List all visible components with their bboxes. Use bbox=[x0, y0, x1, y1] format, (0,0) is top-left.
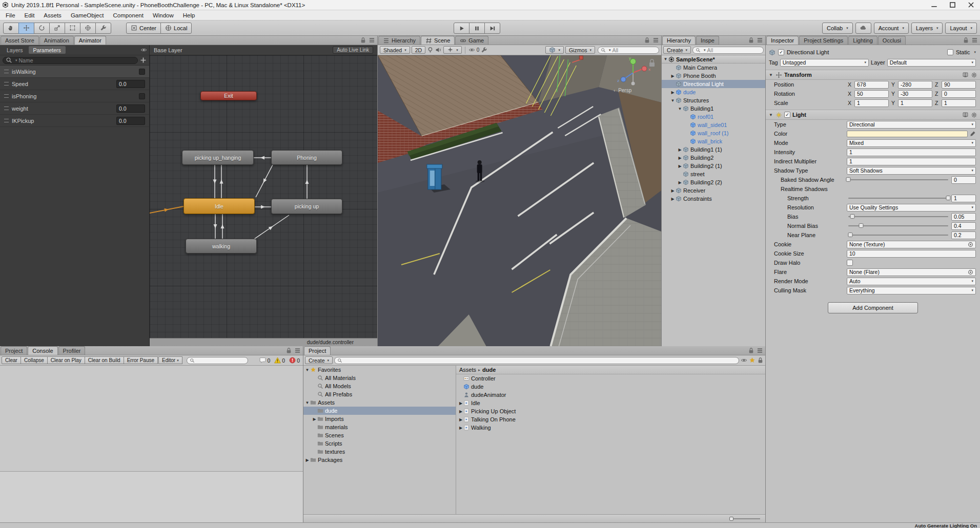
animator-tab-animation[interactable]: Animation bbox=[39, 36, 74, 45]
shadow-type-dropdown[interactable]: Soft Shadows▾ bbox=[847, 167, 976, 175]
rotation-x-field[interactable]: 50 bbox=[854, 90, 889, 98]
menu-icon[interactable] bbox=[652, 37, 659, 44]
inspector-tab-lighting[interactable]: Lighting bbox=[848, 36, 877, 45]
persp-toggle-icon[interactable]: ‹ bbox=[614, 88, 615, 93]
drag-handle-icon[interactable] bbox=[4, 70, 9, 73]
project-tab-project[interactable]: Project bbox=[304, 346, 331, 355]
menu-icon[interactable] bbox=[294, 347, 301, 354]
animator-state-phoning[interactable]: Phoning bbox=[271, 150, 342, 165]
baked-shadow-angle-value-field[interactable]: 0 bbox=[951, 176, 976, 184]
normal-bias-value-field[interactable]: 0.4 bbox=[951, 222, 976, 230]
console-clear-on-play-button[interactable]: Clear on Play bbox=[47, 356, 85, 364]
play-button[interactable] bbox=[454, 23, 469, 34]
console-search-input[interactable] bbox=[187, 357, 248, 364]
foldout-arrow-icon[interactable]: ▶ bbox=[677, 147, 683, 152]
animator-parameter-isphoning[interactable]: isPhoning bbox=[0, 90, 149, 102]
console-log-area[interactable] bbox=[0, 366, 303, 522]
asset-dude[interactable]: dude bbox=[456, 383, 765, 391]
hand-tool-button[interactable] bbox=[3, 23, 19, 34]
project-folder-favorites[interactable]: ▼Favorites bbox=[303, 366, 456, 374]
scene-search-input[interactable]: ▾All bbox=[598, 47, 659, 54]
inspector-tab-occlusi[interactable]: Occlusi bbox=[878, 36, 906, 45]
foldout-arrow-icon[interactable]: ▼ bbox=[768, 73, 773, 77]
animator-graph[interactable]: Exitpicking up_hangingPhoningIdlepicking… bbox=[150, 55, 377, 338]
foldout-arrow-icon[interactable]: ▶ bbox=[670, 197, 676, 201]
gizmo-settings-dropdown[interactable]: ▾ bbox=[545, 46, 564, 54]
hierarchy-item-phone-booth[interactable]: ▶Phone Booth bbox=[662, 72, 765, 80]
asset-walking[interactable]: ▶Walking bbox=[456, 424, 765, 432]
cookie-size-field[interactable]: 10 bbox=[847, 250, 976, 258]
light-color-swatch[interactable] bbox=[847, 131, 968, 137]
light-component-header[interactable]: ▼ Light bbox=[766, 110, 980, 120]
lock-icon[interactable] bbox=[963, 37, 969, 44]
console-clear-on-build-button[interactable]: Clear on Build bbox=[85, 356, 124, 364]
scene-viewport[interactable]: y x z ‹ Persp bbox=[378, 55, 661, 346]
animator-state-picking-up-hanging[interactable]: picking up_hanging bbox=[182, 150, 254, 165]
menu-icon[interactable] bbox=[369, 37, 375, 44]
foldout-arrow-icon[interactable]: ▶ bbox=[670, 188, 676, 193]
foldout-arrow-icon[interactable]: ▶ bbox=[670, 90, 676, 95]
hierarchy-item-wall-brick[interactable]: wall_brick bbox=[662, 137, 765, 145]
console-tab-profiler[interactable]: Profiler bbox=[58, 346, 86, 355]
hierarchy-search-input[interactable]: ▾All bbox=[692, 47, 764, 54]
eyedropper-icon[interactable] bbox=[969, 131, 976, 137]
breadcrumb-current[interactable]: dude bbox=[482, 367, 496, 373]
foldout-arrow-icon[interactable]: ▼ bbox=[670, 98, 676, 103]
hierarchy-item-samplescene[interactable]: ▼SampleScene* bbox=[662, 55, 765, 64]
gear-icon[interactable] bbox=[971, 112, 977, 118]
rotation-z-field[interactable]: 0 bbox=[942, 90, 976, 98]
lock-icon[interactable] bbox=[748, 37, 754, 44]
menu-gameobject[interactable]: GameObject bbox=[66, 10, 109, 20]
indirect-multiplier-field[interactable]: 1 bbox=[847, 158, 976, 165]
animator-tab-asset-store[interactable]: Asset Store bbox=[1, 36, 39, 45]
hierarchy-item-constraints[interactable]: ▶Constraints bbox=[662, 195, 765, 203]
cookie-object-field[interactable]: None (Texture) bbox=[847, 241, 976, 248]
hierarchy-item-dude[interactable]: ▶dude bbox=[662, 88, 765, 96]
project-search-input[interactable] bbox=[334, 357, 739, 364]
drag-handle-icon[interactable] bbox=[4, 94, 9, 98]
menu-component[interactable]: Component bbox=[108, 10, 148, 20]
hierarchy-item-roof01[interactable]: roof01 bbox=[662, 113, 765, 121]
hierarchy-item-building1-1[interactable]: ▶Building1 (1) bbox=[662, 145, 765, 154]
flare-object-field[interactable]: None (Flare) bbox=[847, 268, 976, 276]
parameter-value-field[interactable]: 0.0 bbox=[116, 104, 145, 113]
book-icon[interactable] bbox=[962, 112, 969, 118]
inspector-tab-project-settings[interactable]: Project Settings bbox=[799, 36, 848, 45]
transform-tool-button[interactable] bbox=[80, 23, 96, 34]
tag-dropdown[interactable]: Untagged▾ bbox=[780, 59, 869, 67]
bias-slider[interactable] bbox=[848, 216, 948, 217]
animator-parameter-iswalking[interactable]: isWalking bbox=[0, 66, 149, 78]
auto-generate-lighting-status[interactable]: Auto Generate Lighting On bbox=[915, 523, 977, 528]
project-folder-scripts[interactable]: Scripts bbox=[303, 439, 456, 448]
animator-state-walking[interactable]: walking bbox=[186, 239, 257, 254]
menu-icon[interactable] bbox=[757, 37, 763, 44]
animator-state-idle[interactable]: Idle bbox=[183, 198, 255, 214]
transform-component-header[interactable]: ▼ Transform bbox=[766, 70, 980, 80]
menu-icon[interactable] bbox=[971, 37, 978, 44]
hierarchy-item-building2-1[interactable]: ▶Building2 (1) bbox=[662, 162, 765, 170]
light-enabled-checkbox[interactable] bbox=[784, 112, 790, 118]
parameter-search-input[interactable]: ▾ Name bbox=[3, 57, 138, 64]
add-parameter-button[interactable] bbox=[140, 57, 147, 64]
hierarchy-item-building2-2[interactable]: ▶Building2 (2) bbox=[662, 178, 765, 186]
saved-search-icon[interactable] bbox=[749, 357, 756, 364]
rotate-tool-button[interactable] bbox=[34, 23, 50, 34]
custom-tool-button[interactable] bbox=[95, 23, 111, 34]
strength-value-field[interactable]: 1 bbox=[951, 195, 976, 202]
gizmos-dropdown[interactable]: Gizmos▾ bbox=[565, 46, 595, 54]
hierarchy-tab-inspe[interactable]: Inspe bbox=[696, 36, 719, 45]
warning-count-badge[interactable]: 0 bbox=[273, 357, 287, 364]
normal-bias-slider[interactable] bbox=[848, 225, 948, 226]
parameter-value-field[interactable]: 0.0 bbox=[116, 117, 145, 125]
space-mode-button[interactable]: Local bbox=[160, 23, 192, 34]
lighting-toggle-icon[interactable] bbox=[427, 47, 434, 53]
project-folder-textures[interactable]: textures bbox=[303, 448, 456, 456]
project-folder-packages[interactable]: ▶Packages bbox=[303, 456, 456, 464]
lock-icon[interactable] bbox=[748, 347, 754, 354]
lock-icon[interactable] bbox=[757, 357, 764, 364]
gear-icon[interactable] bbox=[971, 72, 977, 78]
layer-breadcrumb[interactable]: Base Layer bbox=[154, 47, 182, 53]
console-collapse-button[interactable]: Collapse bbox=[21, 356, 48, 364]
step-button[interactable] bbox=[484, 23, 500, 34]
object-picker-icon[interactable] bbox=[968, 269, 973, 275]
